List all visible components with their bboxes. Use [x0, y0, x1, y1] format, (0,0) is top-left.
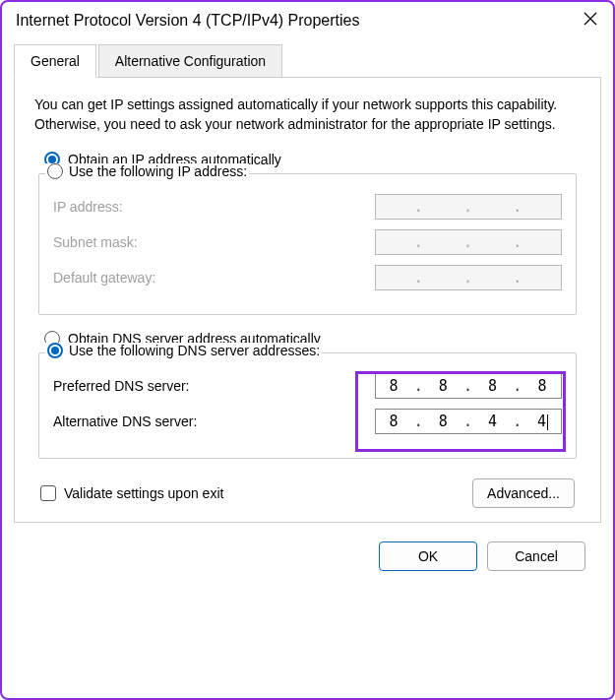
dialog-footer: OK Cancel: [14, 523, 601, 571]
validate-checkbox-row[interactable]: Validate settings upon exit: [40, 485, 223, 501]
ip-group: Use the following IP address: IP address…: [38, 173, 577, 315]
tab-pane-general: You can get IP settings assigned automat…: [14, 78, 601, 523]
ip-address-label: IP address:: [53, 199, 123, 215]
default-gateway-label: Default gateway:: [53, 270, 155, 286]
window-title: Internet Protocol Version 4 (TCP/IPv4) P…: [16, 12, 359, 30]
validate-label: Validate settings upon exit: [64, 485, 223, 501]
subnet-mask-input: . . .: [375, 229, 562, 255]
close-icon[interactable]: [582, 10, 599, 31]
tab-general[interactable]: General: [14, 44, 96, 78]
default-gateway-input: . . .: [375, 265, 562, 290]
intro-text: You can get IP settings assigned automat…: [34, 95, 581, 134]
titlebar: Internet Protocol Version 4 (TCP/IPv4) P…: [2, 2, 613, 34]
preferred-dns-input[interactable]: 8. 8. 8. 8: [375, 373, 562, 399]
ok-button[interactable]: OK: [379, 541, 477, 571]
alternative-dns-label: Alternative DNS server:: [53, 414, 197, 429]
radio-dns-manual-label: Use the following DNS server addresses:: [69, 343, 320, 358]
dns-group: Use the following DNS server addresses: …: [38, 352, 577, 459]
text-caret: [547, 414, 548, 430]
advanced-button[interactable]: Advanced...: [472, 478, 575, 508]
radio-dns-manual-row[interactable]: Use the following DNS server addresses:: [45, 343, 322, 358]
radio-ip-manual[interactable]: [47, 163, 63, 179]
ip-address-input: . . .: [375, 194, 562, 220]
radio-ip-manual-row[interactable]: Use the following IP address:: [45, 163, 249, 179]
tabs: General Alternative Configuration: [14, 44, 601, 78]
subnet-mask-label: Subnet mask:: [53, 234, 138, 250]
validate-checkbox[interactable]: [40, 485, 56, 501]
tab-alternative[interactable]: Alternative Configuration: [98, 44, 282, 77]
alternative-dns-input[interactable]: 8. 8. 4. 4: [375, 409, 562, 434]
preferred-dns-label: Preferred DNS server:: [53, 378, 189, 394]
radio-dns-manual[interactable]: [47, 343, 63, 358]
radio-ip-manual-label: Use the following IP address:: [69, 163, 247, 179]
cancel-button[interactable]: Cancel: [487, 541, 585, 571]
